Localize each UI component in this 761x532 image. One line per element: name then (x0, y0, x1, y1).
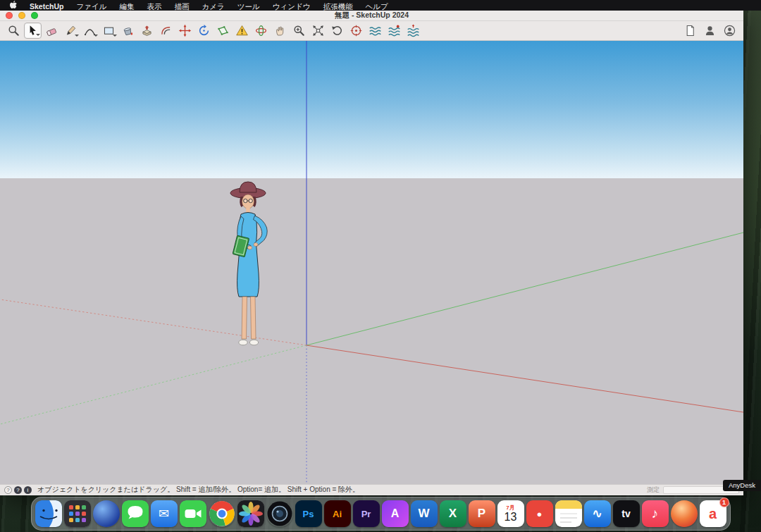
dock-affinity-app-icon[interactable]: A (382, 500, 409, 527)
new-document-button-icon (683, 24, 697, 37)
menu-item-2[interactable]: 編集 (113, 2, 140, 11)
dock-music-icon[interactable]: ♪ (642, 500, 669, 527)
account-button-icon (723, 24, 736, 37)
orbit-tool-icon (254, 24, 268, 37)
pan-tool-icon (273, 24, 287, 37)
previous-view-tool[interactable] (328, 23, 346, 39)
position-camera-tool[interactable] (347, 23, 365, 39)
dock-finder-icon[interactable] (35, 500, 62, 527)
zoom-window-tool-icon (292, 24, 306, 37)
figure-hat-crown (240, 182, 256, 192)
new-document-button[interactable] (681, 23, 699, 39)
scale-tool[interactable] (214, 23, 232, 39)
calendar-day: 13 (505, 512, 517, 523)
menu-item-1[interactable]: ファイル (70, 2, 113, 11)
dock-anydesk-icon[interactable]: a1 (700, 500, 726, 527)
dock-apple-tv-icon[interactable]: tv (613, 500, 640, 527)
menu-item-8[interactable]: 拡張機能 (316, 2, 359, 11)
shape-tool[interactable] (100, 23, 118, 39)
zoom-window-button[interactable] (31, 12, 38, 19)
line-tool[interactable] (62, 23, 80, 39)
sandbox-tool-1-icon (369, 24, 382, 37)
scale-figure[interactable] (221, 176, 278, 349)
viewport-3d[interactable] (0, 41, 743, 484)
figure-shoe (249, 340, 258, 345)
dropdown-caret-icon (75, 35, 79, 37)
dock-chrome-icon[interactable] (209, 500, 235, 527)
zoom-tool[interactable] (5, 23, 23, 39)
apple-logo-icon (10, 1, 18, 10)
dropdown-caret-icon (94, 35, 98, 37)
figure-hand (248, 246, 252, 249)
minimize-button[interactable] (18, 12, 25, 19)
dock-messages-icon[interactable] (122, 500, 149, 527)
apple-menu-icon[interactable] (4, 1, 23, 10)
menu-item-6[interactable]: ツール (231, 2, 266, 11)
select-tool[interactable] (24, 23, 42, 39)
menu-item-4[interactable]: 描画 (168, 2, 195, 11)
dock-word-icon[interactable]: W (411, 500, 438, 527)
measure-label: 測定 (647, 485, 660, 495)
user-button[interactable] (701, 23, 719, 39)
zoom-window-tool[interactable] (290, 23, 308, 39)
user-button-icon (703, 24, 717, 37)
figure-shoe (239, 340, 247, 345)
dock-facetime-icon[interactable] (180, 500, 206, 527)
title-bar[interactable]: 無題 - SketchUp 2024 (0, 11, 743, 21)
zoom-extents-tool[interactable] (309, 23, 327, 39)
close-button[interactable] (6, 12, 13, 19)
sandbox-tool-3-icon (407, 24, 420, 37)
sandbox-tool-2[interactable] (385, 23, 403, 39)
dock-blue-wave-app-icon[interactable]: ∿ (584, 500, 611, 527)
dock-premiere-icon[interactable]: Pr (353, 500, 380, 527)
offset-tool[interactable] (157, 23, 175, 39)
dock-illustrator-icon[interactable]: Ai (324, 500, 351, 527)
dock-orange-round-app-icon[interactable] (671, 500, 698, 527)
red-axis (307, 345, 743, 412)
dropdown-caret-icon (113, 35, 117, 37)
dock-photos-icon[interactable] (237, 500, 264, 527)
toolbar-tools (5, 23, 422, 39)
menu-item-9[interactable]: ヘルプ (359, 2, 394, 11)
sandbox-tool-1[interactable] (366, 23, 384, 39)
sandbox-tool-3[interactable] (404, 23, 422, 39)
push-pull-tool[interactable] (138, 23, 156, 39)
menu-item-0[interactable]: SketchUp (23, 2, 70, 11)
move-tool[interactable] (176, 23, 194, 39)
statusbar-icons: ??i (4, 486, 32, 494)
dock-photoshop-icon[interactable]: Ps (295, 500, 322, 527)
eraser-tool[interactable] (43, 23, 61, 39)
dock-mail-icon[interactable]: ✉ (151, 500, 178, 527)
menu-item-3[interactable]: 表示 (140, 2, 168, 11)
dock-camera-app-icon[interactable] (266, 500, 293, 527)
dock-powerpoint-icon[interactable]: P (469, 500, 495, 527)
dock-calendar-icon[interactable]: 7月13 (497, 500, 524, 527)
rotate-tool[interactable] (195, 23, 213, 39)
info-icon[interactable]: i (24, 486, 32, 494)
dock-browser-icon[interactable] (93, 500, 120, 527)
dock-notes-icon[interactable] (555, 500, 582, 527)
paint-bucket-tool[interactable] (119, 23, 137, 39)
figure-neck (246, 208, 250, 213)
menu-item-5[interactable]: カメラ (195, 2, 230, 11)
orbit-tool[interactable] (252, 23, 270, 39)
account-button[interactable] (721, 23, 738, 39)
figure-glasses (244, 199, 247, 202)
rotate-tool-icon (197, 24, 211, 37)
dock-red-app-icon[interactable]: ● (526, 500, 553, 527)
figure-leg (242, 297, 247, 339)
status-hint: オブジェクトをクリックまたはドラッグ。 Shift = 追加/除外。 Optio… (37, 485, 359, 495)
help-icon[interactable]: ? (14, 486, 22, 494)
previous-view-tool-icon (330, 24, 344, 37)
pan-tool[interactable] (271, 23, 289, 39)
dock: ✉PsAiPrAWXP7月13●∿tv♪a1 (0, 497, 761, 531)
dock-excel-icon[interactable]: X (440, 500, 466, 527)
menu-item-7[interactable]: ウィンドウ (266, 2, 317, 11)
dock-launchpad-icon[interactable] (64, 500, 91, 527)
drawing-axes (0, 41, 743, 484)
arc-tool[interactable] (81, 23, 99, 39)
dimension-tool[interactable] (233, 23, 251, 39)
toolbar (0, 21, 743, 41)
sketchup-window: 無題 - SketchUp 2024 (0, 11, 743, 495)
geo-icon[interactable]: ? (4, 486, 12, 494)
